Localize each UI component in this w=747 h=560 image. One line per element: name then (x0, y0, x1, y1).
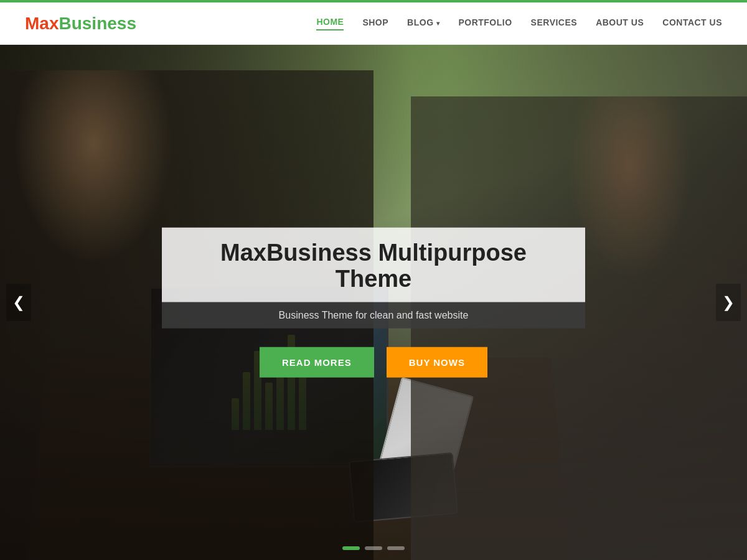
nav-services[interactable]: SERVICES (531, 17, 578, 30)
nav-home[interactable]: HOME (316, 17, 344, 30)
chevron-left-icon: ❮ (12, 294, 25, 311)
main-nav: HOME SHOP BLOG ▾ PORTFOLIO SERVICES ABOU… (316, 17, 722, 30)
hero-title: MaxBusiness Multipurpose Theme (187, 240, 560, 292)
nav-about[interactable]: ABOUT US (596, 17, 644, 30)
logo[interactable]: Max Business (25, 15, 136, 32)
read-more-button[interactable]: READ MORES (260, 347, 374, 377)
hero-subtitle-box: Business Theme for clean and fast websit… (162, 302, 585, 328)
nav-blog[interactable]: BLOG ▾ (407, 17, 439, 30)
nav-shop[interactable]: SHOP (362, 17, 388, 30)
nav-blog-label: BLOG (407, 17, 433, 27)
slider-dot-3[interactable] (387, 546, 405, 550)
hero-title-box: MaxBusiness Multipurpose Theme (162, 228, 585, 302)
nav-portfolio[interactable]: PORTFOLIO (458, 17, 512, 30)
slider-dot-1[interactable] (342, 546, 360, 550)
nav-contact[interactable]: CONTACT US (662, 17, 722, 30)
slider-prev-button[interactable]: ❮ (6, 284, 31, 321)
hero-subtitle: Business Theme for clean and fast websit… (187, 309, 560, 320)
buy-now-button[interactable]: BUY NOWS (387, 347, 487, 377)
chevron-right-icon: ❯ (722, 294, 735, 311)
slider-dots (342, 546, 405, 550)
hero-content: MaxBusiness Multipurpose Theme Business … (162, 228, 585, 378)
dropdown-arrow-icon: ▾ (436, 20, 440, 27)
hero-section: MaxBusiness Multipurpose Theme Business … (0, 45, 747, 560)
hero-buttons: READ MORES BUY NOWS (162, 347, 585, 377)
slider-next-button[interactable]: ❯ (716, 284, 741, 321)
logo-business: Business (59, 15, 136, 32)
header: Max Business HOME SHOP BLOG ▾ PORTFOLIO … (0, 2, 747, 45)
slider-dot-2[interactable] (365, 546, 382, 550)
logo-max: Max (25, 15, 59, 32)
